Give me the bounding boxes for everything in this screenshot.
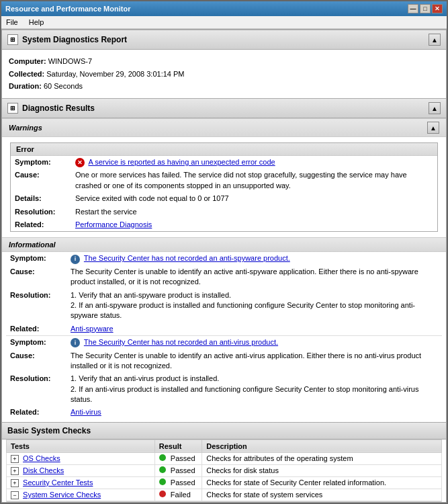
subcol-failed: Failed bbox=[310, 501, 344, 503]
security-tests-status-dot bbox=[159, 478, 166, 485]
error-related-link[interactable]: Performance Diagnosis bbox=[75, 220, 152, 228]
warnings-title: Warnings bbox=[9, 124, 42, 132]
subcol-tests: Tests bbox=[277, 501, 310, 503]
error-resolution-row: Resolution: Restart the service bbox=[11, 206, 437, 218]
error-container: Error Symptom: ✕ A service is reported a… bbox=[2, 137, 446, 237]
os-checks-desc: Checks for attributes of the operating s… bbox=[202, 452, 442, 464]
info2-cause-row: Cause: The Security Center is unable to … bbox=[6, 349, 442, 373]
diagnostics-icon[interactable]: ⊞ bbox=[7, 34, 18, 45]
info1-related-link[interactable]: Anti-spyware bbox=[71, 325, 114, 333]
menu-file[interactable]: File bbox=[4, 17, 20, 27]
system-diagnostics-header: ⊞ System Diagnostics Report ▲ bbox=[2, 30, 446, 50]
security-tests-status: Passed bbox=[171, 478, 195, 487]
info1-resolution-row: Resolution: 1. Verify that an anti-spywa… bbox=[6, 289, 442, 323]
informational-header: Informational bbox=[2, 237, 446, 252]
info1-symptom-row: Symptom: i The Security Center has not r… bbox=[6, 252, 442, 265]
diagnostic-results-collapse[interactable]: ▲ bbox=[429, 102, 441, 114]
error-section: Error Symptom: ✕ A service is reported a… bbox=[10, 142, 438, 232]
minimize-button[interactable]: — bbox=[408, 4, 418, 13]
service-checks-desc: Checks for state of system services bbox=[202, 489, 442, 501]
title-bar-buttons: — □ ✕ bbox=[408, 4, 443, 13]
menu-help[interactable]: Help bbox=[27, 17, 46, 27]
informational-title: Informational bbox=[9, 241, 56, 249]
diagnostic-results-title: Diagnostic Results bbox=[22, 103, 95, 113]
table-row: + OS Checks Passed Checks for attributes… bbox=[7, 452, 442, 464]
info2-symptom-row: Symptom: i The Security Center has not r… bbox=[6, 336, 442, 349]
table-row: + Security Center Tests Passed Checks fo… bbox=[7, 476, 442, 489]
error-header: Error bbox=[11, 143, 437, 156]
error-details-row: Details: Service exited with code not eq… bbox=[11, 192, 437, 205]
computer-row: Computer: WINDOWS-7 bbox=[9, 55, 439, 68]
os-checks-status: Passed bbox=[171, 454, 195, 462]
collected-row: Collected: Saturday, November 29, 2008 3… bbox=[9, 68, 439, 81]
subcol-groups: Test Groups bbox=[7, 501, 277, 503]
info2-related-row: Related: Anti-virus bbox=[6, 406, 442, 419]
error-icon: ✕ bbox=[75, 158, 85, 167]
basic-checks-header: Basic System Checks bbox=[2, 422, 446, 439]
os-checks-link[interactable]: OS Checks bbox=[23, 454, 60, 462]
menu-bar: File Help bbox=[1, 16, 447, 29]
diagnostics-collapse[interactable]: ▲ bbox=[429, 34, 441, 46]
diagnostic-results-icon[interactable]: ⊞ bbox=[7, 103, 18, 114]
subtable: Test Groups Tests Failed Description Abn… bbox=[7, 501, 441, 503]
disk-checks-status: Passed bbox=[171, 466, 195, 474]
info1-cause-row: Cause: The Security Center is unable to … bbox=[6, 265, 442, 289]
info1-icon: i bbox=[71, 255, 80, 264]
basic-checks-content: Tests Result Description + OS Checks bbox=[2, 439, 446, 503]
diagnostics-title: System Diagnostics Report bbox=[22, 35, 127, 44]
error-related-row: Related: Performance Diagnosis bbox=[11, 218, 437, 231]
content-area[interactable]: ⊞ System Diagnostics Report ▲ Computer: … bbox=[1, 29, 447, 503]
info2-resolution-row: Resolution: 1. Verify that an anti-virus… bbox=[6, 372, 442, 406]
col-result: Result bbox=[154, 439, 202, 452]
error-symptom-row: Symptom: ✕ A service is reported as havi… bbox=[11, 156, 437, 169]
duration-row: Duration: 60 Seconds bbox=[9, 80, 439, 93]
info2-icon: i bbox=[71, 338, 80, 347]
report-info: Computer: WINDOWS-7 Collected: Saturday,… bbox=[2, 50, 446, 98]
info1-related-row: Related: Anti-spyware bbox=[6, 323, 442, 336]
subtable-row: Test Groups Tests Failed Description Abn… bbox=[7, 501, 442, 503]
info-table-2: Symptom: i The Security Center has not r… bbox=[6, 336, 442, 419]
main-window: Resource and Performance Monitor — □ ✕ F… bbox=[0, 0, 448, 504]
basic-checks-title: Basic System Checks bbox=[7, 426, 91, 435]
subtable-header-row: Test Groups Tests Failed Description bbox=[7, 501, 441, 503]
info2-related-link[interactable]: Anti-virus bbox=[71, 408, 101, 416]
security-tests-desc: Checks for state of Security Center rela… bbox=[202, 476, 442, 489]
table-row: − System Service Checks Failed Checks fo… bbox=[7, 489, 442, 501]
informational-content: Symptom: i The Security Center has not r… bbox=[2, 252, 446, 419]
basic-checks-table: Tests Result Description + OS Checks bbox=[6, 439, 442, 503]
subcol-desc: Description bbox=[344, 501, 441, 503]
os-checks-status-dot bbox=[159, 454, 166, 461]
disk-checks-desc: Checks for disk status bbox=[202, 464, 442, 476]
window-title: Resource and Performance Monitor bbox=[5, 5, 130, 13]
os-checks-expand[interactable]: + bbox=[11, 455, 19, 463]
error-symptom-link[interactable]: A service is reported as having an unexp… bbox=[88, 158, 275, 166]
service-checks-link[interactable]: System Service Checks bbox=[23, 491, 101, 499]
basic-checks-header-row: Tests Result Description bbox=[7, 439, 442, 452]
table-row: + Disk Checks Passed Checks for disk sta… bbox=[7, 464, 442, 476]
info2-symptom-link[interactable]: The Security Center has not recorded an … bbox=[84, 338, 278, 346]
diagnostic-results-header: ⊞ Diagnostic Results ▲ bbox=[2, 98, 446, 118]
disk-checks-expand[interactable]: + bbox=[11, 467, 19, 475]
title-bar: Resource and Performance Monitor — □ ✕ bbox=[1, 1, 447, 16]
error-table: Symptom: ✕ A service is reported as havi… bbox=[11, 156, 437, 231]
maximize-button[interactable]: □ bbox=[420, 4, 431, 13]
service-checks-expand[interactable]: − bbox=[11, 491, 19, 499]
service-checks-status: Failed bbox=[171, 491, 191, 499]
warnings-header: Warnings ▲ bbox=[2, 118, 446, 137]
error-cause-row: Cause: One or more services has failed. … bbox=[11, 169, 437, 192]
security-tests-link[interactable]: Security Center Tests bbox=[23, 478, 93, 487]
security-tests-expand[interactable]: + bbox=[11, 479, 19, 487]
disk-checks-status-dot bbox=[159, 466, 166, 473]
col-description: Description bbox=[202, 439, 442, 452]
warnings-collapse[interactable]: ▲ bbox=[427, 122, 439, 134]
info-table-1: Symptom: i The Security Center has not r… bbox=[6, 252, 442, 336]
info1-symptom-link[interactable]: The Security Center has not recorded an … bbox=[84, 254, 290, 262]
col-tests: Tests bbox=[7, 439, 155, 452]
disk-checks-link[interactable]: Disk Checks bbox=[23, 466, 64, 474]
close-button[interactable]: ✕ bbox=[432, 4, 443, 13]
service-checks-status-dot bbox=[159, 491, 166, 497]
